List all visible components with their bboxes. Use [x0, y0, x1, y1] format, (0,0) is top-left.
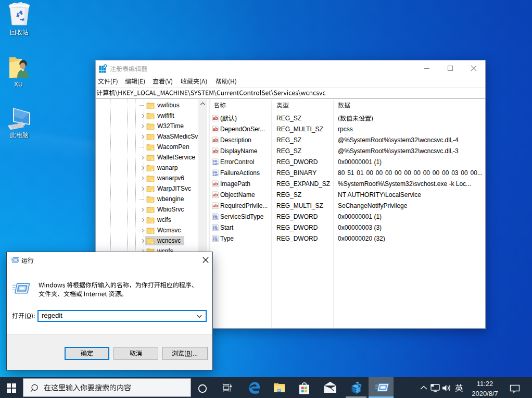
- svg-text:ab: ab: [213, 127, 219, 132]
- svg-text:ab: ab: [213, 116, 219, 121]
- svg-text:ab: ab: [213, 181, 219, 186]
- svg-text:110: 110: [213, 173, 218, 176]
- svg-text:110: 110: [213, 162, 218, 165]
- svg-text:ab: ab: [213, 203, 219, 208]
- svg-text:110: 110: [213, 239, 218, 242]
- svg-text:110: 110: [213, 228, 218, 231]
- svg-text:ab: ab: [213, 148, 219, 154]
- svg-text:ab: ab: [213, 192, 219, 197]
- svg-text:110: 110: [213, 217, 218, 220]
- svg-text:ab: ab: [213, 138, 219, 143]
